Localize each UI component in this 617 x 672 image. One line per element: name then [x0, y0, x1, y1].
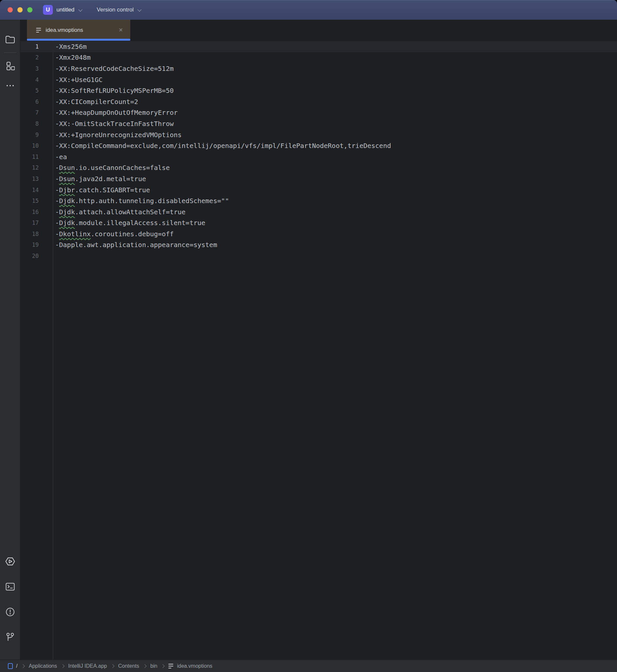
line-text: -XX:+UseG1GC	[39, 76, 103, 84]
chevron-down-icon[interactable]	[138, 7, 142, 11]
stripe-divider	[4, 52, 16, 53]
code-line[interactable]: 13-Dsun.java2d.metal=true	[20, 173, 617, 184]
code-line[interactable]: 7-XX:+HeapDumpOnOutOfMemoryError	[20, 107, 617, 119]
line-text: -Dkotlinx.coroutines.debug=off	[39, 230, 174, 238]
code-line[interactable]: 20	[20, 250, 617, 261]
line-text: -XX:SoftRefLRUPolicyMSPerMB=50	[39, 86, 174, 94]
volume-icon	[8, 663, 13, 669]
project-avatar[interactable]: U	[43, 5, 53, 15]
breadcrumb-item[interactable]: Applications	[29, 663, 57, 669]
code-editor[interactable]: 1-Xms256m2-Xmx2048m3-XX:ReservedCodeCach…	[20, 41, 617, 660]
line-number: 18	[20, 231, 39, 237]
line-number: 3	[20, 65, 39, 72]
line-number: 13	[20, 176, 39, 182]
line-number: 10	[20, 143, 39, 149]
typo-squiggle: Djdk	[59, 208, 75, 216]
version-control-icon[interactable]	[4, 631, 17, 644]
breadcrumb-item[interactable]: Contents	[118, 663, 139, 669]
line-number: 9	[20, 132, 39, 138]
project-name[interactable]: untitled	[56, 7, 74, 13]
main-area: idea.vmoptions ✕ 1-Xms256m2-Xmx2048m3-XX…	[0, 20, 617, 660]
line-number: 1	[20, 43, 39, 50]
line-number: 15	[20, 198, 39, 204]
project-folder-icon[interactable]	[4, 33, 17, 46]
structure-icon[interactable]	[4, 59, 17, 72]
terminal-icon[interactable]	[4, 580, 17, 593]
code-line[interactable]: 3-XX:ReservedCodeCacheSize=512m	[20, 63, 617, 74]
line-text: -Dsun.io.useCanonCaches=false	[39, 164, 170, 172]
code-line[interactable]: 4-XX:+UseG1GC	[20, 74, 617, 85]
typo-squiggle: Djbr	[59, 186, 75, 194]
tab-idea-vmoptions[interactable]: idea.vmoptions ✕	[27, 20, 130, 41]
code-line[interactable]: 16-Djdk.attach.allowAttachSelf=true	[20, 206, 617, 218]
line-text: -XX:CICompilerCount=2	[39, 98, 138, 105]
editor-tab-bar: idea.vmoptions ✕	[20, 20, 617, 41]
editor-rows: 1-Xms256m2-Xmx2048m3-XX:ReservedCodeCach…	[20, 41, 617, 261]
breadcrumb-item[interactable]: idea.vmoptions	[168, 663, 212, 669]
chevron-down-icon[interactable]	[78, 7, 82, 11]
line-number: 2	[20, 54, 39, 61]
close-window-button[interactable]	[8, 7, 13, 12]
line-text: -Djbr.catch.SIGABRT=true	[39, 186, 150, 194]
line-number: 4	[20, 76, 39, 83]
code-line[interactable]: 10-XX:CompileCommand=exclude,com/intelli…	[20, 140, 617, 151]
code-line[interactable]: 11-ea	[20, 151, 617, 163]
line-text: -XX:+IgnoreUnrecognizedVMOptions	[39, 131, 182, 139]
typo-squiggle: Djdk	[59, 197, 75, 205]
code-line[interactable]: 5-XX:SoftRefLRUPolicyMSPerMB=50	[20, 85, 617, 96]
window-controls	[8, 7, 32, 12]
line-text: -XX:ReservedCodeCacheSize=512m	[39, 65, 174, 72]
titlebar: U untitled Version control	[0, 0, 617, 20]
code-line[interactable]: 6-XX:CICompilerCount=2	[20, 96, 617, 107]
code-line[interactable]: 12-Dsun.io.useCanonCaches=false	[20, 163, 617, 174]
line-number: 5	[20, 87, 39, 94]
line-text: -XX:+HeapDumpOnOutOfMemoryError	[39, 108, 178, 117]
more-tool-windows-icon[interactable]	[4, 79, 17, 92]
code-line[interactable]: 8-XX:-OmitStackTraceInFastThrow	[20, 118, 617, 129]
typo-squiggle: Dsun	[59, 175, 75, 183]
line-text: -Dapple.awt.application.appearance=syste…	[39, 241, 217, 249]
text-file-icon	[168, 664, 174, 668]
breadcrumb-item[interactable]: bin	[150, 663, 157, 669]
chevron-right-icon	[161, 664, 165, 668]
line-number: 8	[20, 121, 39, 127]
typo-squiggle: Dkotlinx	[59, 230, 90, 238]
typo-squiggle: Djdk	[59, 219, 75, 227]
typo-squiggle: Dsun	[59, 164, 75, 172]
line-text: -XX:-OmitStackTraceInFastThrow	[39, 120, 174, 128]
line-number: 20	[20, 253, 39, 259]
chevron-right-icon	[143, 664, 146, 668]
code-line[interactable]: 15-Djdk.http.auth.tunneling.disabledSche…	[20, 195, 617, 206]
chevron-right-icon	[21, 664, 25, 668]
code-line[interactable]: 1-Xms256m	[20, 41, 617, 52]
run-icon[interactable]	[4, 555, 17, 568]
status-bar: /ApplicationsIntelliJ IDEA.appContentsbi…	[0, 660, 617, 672]
code-line[interactable]: 17-Djdk.module.illegalAccess.silent=true	[20, 218, 617, 229]
code-line[interactable]: 19-Dapple.awt.application.appearance=sys…	[20, 240, 617, 251]
ide-window: U untitled Version control	[0, 0, 617, 672]
problems-icon[interactable]	[4, 605, 17, 619]
code-line[interactable]: 2-Xmx2048m	[20, 52, 617, 63]
maximize-window-button[interactable]	[27, 7, 32, 12]
close-icon[interactable]: ✕	[119, 28, 123, 33]
line-text: -Djdk.module.illegalAccess.silent=true	[39, 219, 205, 227]
minimize-window-button[interactable]	[17, 7, 23, 12]
breadcrumb-item[interactable]: /	[16, 663, 17, 669]
breadcrumb: /ApplicationsIntelliJ IDEA.appContentsbi…	[16, 663, 212, 669]
line-text: -Dsun.java2d.metal=true	[39, 175, 146, 183]
line-text: -Djdk.http.auth.tunneling.disabledScheme…	[39, 197, 229, 205]
chevron-right-icon	[111, 664, 114, 668]
code-line[interactable]: 18-Dkotlinx.coroutines.debug=off	[20, 228, 617, 240]
editor-column: idea.vmoptions ✕ 1-Xms256m2-Xmx2048m3-XX…	[20, 20, 617, 660]
line-number: 11	[20, 154, 39, 160]
code-line[interactable]: 14-Djbr.catch.SIGABRT=true	[20, 184, 617, 196]
line-number: 12	[20, 164, 39, 171]
line-number: 7	[20, 109, 39, 116]
text-file-icon	[36, 28, 41, 32]
version-control-widget[interactable]: Version control	[97, 7, 134, 13]
line-number: 19	[20, 241, 39, 248]
line-text: -Xmx2048m	[39, 53, 90, 61]
line-text: -ea	[39, 153, 67, 161]
code-line[interactable]: 9-XX:+IgnoreUnrecognizedVMOptions	[20, 129, 617, 141]
breadcrumb-item[interactable]: IntelliJ IDEA.app	[68, 663, 107, 669]
